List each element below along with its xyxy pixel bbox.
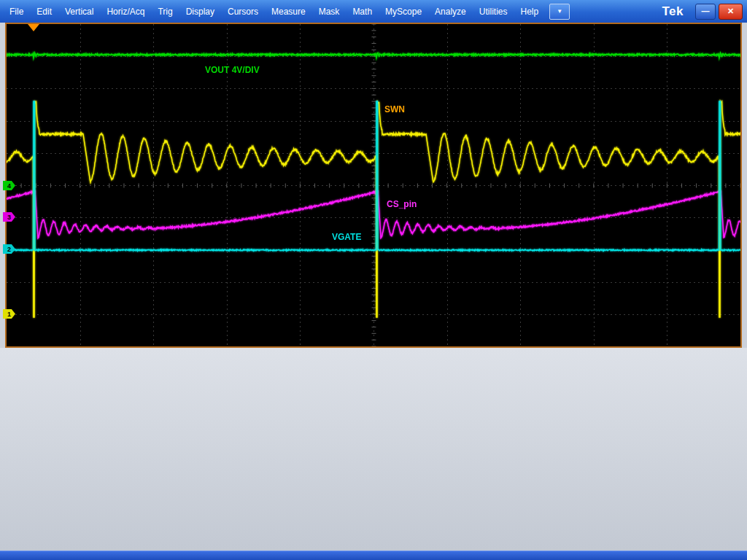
vgate-label: VGATE (332, 232, 361, 242)
menu-item-edit[interactable]: Edit (30, 3, 58, 20)
menu-dropdown-button[interactable]: ▼ (549, 4, 570, 20)
tek-logo: Tek (662, 4, 684, 19)
readout-panel: C1200V/div1MΩBW:250MC24.0V/div1MΩBW:20.0… (0, 348, 747, 551)
waveform-display[interactable] (7, 24, 740, 346)
menu-item-mask[interactable]: Mask (312, 3, 347, 20)
menu-items: FileEditVerticalHoriz/AcqTrigDisplayCurs… (3, 0, 545, 23)
menu-item-help[interactable]: Help (514, 3, 545, 20)
menu-item-analyze[interactable]: Analyze (428, 3, 473, 20)
menu-item-utilities[interactable]: Utilities (473, 3, 514, 20)
scope-display: 4321VOUT 4V/DIVSWNCS_pinVGATE (5, 23, 742, 348)
menu-bar: FileEditVerticalHoriz/AcqTrigDisplayCurs… (0, 0, 747, 23)
taskbar[interactable] (0, 551, 747, 560)
minimize-button[interactable]: — (695, 4, 716, 20)
menu-item-math[interactable]: Math (346, 3, 379, 20)
trigger-position-icon[interactable] (28, 24, 39, 31)
menu-item-trig[interactable]: Trig (151, 3, 179, 20)
vout-label: VOUT 4V/DIV (205, 65, 260, 75)
minimize-icon: — (702, 7, 710, 15)
close-button[interactable]: ✕ (719, 4, 743, 20)
menu-item-cursors[interactable]: Cursors (221, 3, 265, 20)
menu-item-vertical[interactable]: Vertical (58, 3, 100, 20)
menu-item-display[interactable]: Display (179, 3, 221, 20)
menu-item-myscope[interactable]: MyScope (379, 3, 428, 20)
menu-item-measure[interactable]: Measure (265, 3, 312, 20)
swn-label: SWN (384, 104, 405, 114)
chevron-down-icon: ▼ (557, 8, 562, 15)
menu-item-file[interactable]: File (3, 3, 30, 20)
cs-pin-label: CS_pin (387, 199, 417, 209)
menu-item-horiz-acq[interactable]: Horiz/Acq (100, 3, 151, 20)
close-icon: ✕ (727, 7, 734, 15)
